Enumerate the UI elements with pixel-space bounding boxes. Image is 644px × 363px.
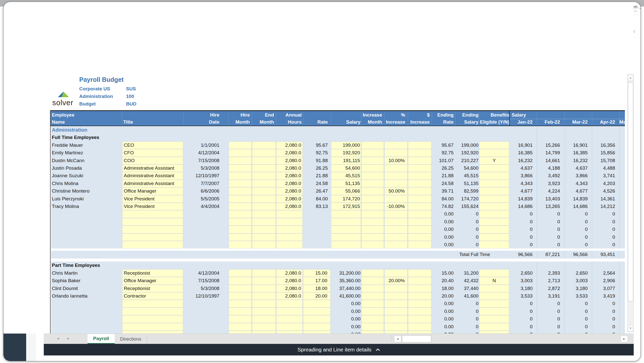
input-cell[interactable] xyxy=(479,218,509,226)
input-cell[interactable] xyxy=(479,172,509,179)
scroll-left-icon[interactable]: ◀ xyxy=(394,335,401,342)
input-cell[interactable] xyxy=(122,331,183,334)
input-cell[interactable] xyxy=(331,226,361,233)
input-cell[interactable]: Receptionist xyxy=(122,269,183,277)
input-cell[interactable] xyxy=(229,157,252,164)
input-cell[interactable] xyxy=(479,187,509,195)
scroll-up-icon[interactable]: ▲ xyxy=(628,75,633,81)
input-cell[interactable] xyxy=(408,180,431,187)
input-cell[interactable] xyxy=(229,180,252,187)
vertical-scrollbar[interactable]: ▲ ▼ xyxy=(627,74,634,332)
input-cell[interactable] xyxy=(479,164,509,172)
input-cell[interactable]: Administrative Assistant xyxy=(122,180,183,187)
input-cell[interactable]: 191,115 xyxy=(331,157,361,164)
input-cell[interactable] xyxy=(303,308,331,315)
input-cell[interactable] xyxy=(479,233,509,241)
input-cell[interactable]: 2,080.0 xyxy=(276,164,303,172)
vertical-scrollbar-thumb[interactable] xyxy=(628,82,633,301)
input-cell[interactable] xyxy=(479,203,509,210)
input-cell[interactable]: 2,080.0 xyxy=(276,172,303,179)
tab-directions[interactable]: Directions xyxy=(115,334,147,344)
input-cell[interactable] xyxy=(229,323,252,331)
input-cell[interactable] xyxy=(252,300,276,307)
scroll-right-icon[interactable]: ▶ xyxy=(620,335,628,342)
input-cell[interactable] xyxy=(408,157,431,164)
input-cell[interactable] xyxy=(384,233,408,241)
input-cell[interactable]: CEO xyxy=(122,141,183,149)
input-cell[interactable]: -10.00% xyxy=(384,203,408,210)
input-cell[interactable] xyxy=(276,323,303,331)
input-cell[interactable]: 199,000 xyxy=(331,141,361,149)
input-cell[interactable] xyxy=(384,195,408,203)
input-cell[interactable] xyxy=(361,331,384,334)
input-cell[interactable] xyxy=(276,315,303,323)
input-cell[interactable] xyxy=(408,149,431,157)
input-cell[interactable] xyxy=(384,149,408,157)
input-cell[interactable]: 18.00 xyxy=(303,285,331,292)
input-cell[interactable] xyxy=(384,292,408,300)
input-cell[interactable] xyxy=(479,292,509,300)
input-cell[interactable] xyxy=(252,285,276,292)
input-cell[interactable] xyxy=(408,218,431,226)
input-cell[interactable] xyxy=(361,203,384,210)
input-cell[interactable] xyxy=(276,331,303,334)
input-cell[interactable] xyxy=(122,315,183,323)
input-cell[interactable]: 2,080.0 xyxy=(276,285,303,292)
input-cell[interactable] xyxy=(384,323,408,331)
input-cell[interactable]: Office Manager xyxy=(122,277,183,284)
input-cell[interactable] xyxy=(229,203,252,210)
input-cell[interactable] xyxy=(361,195,384,203)
input-cell[interactable] xyxy=(408,172,431,179)
input-cell[interactable] xyxy=(384,172,408,179)
input-cell[interactable] xyxy=(384,300,408,307)
input-cell[interactable] xyxy=(252,195,276,203)
input-cell[interactable] xyxy=(229,149,252,157)
input-cell[interactable] xyxy=(331,218,361,226)
input-cell[interactable] xyxy=(479,323,509,331)
input-cell[interactable]: 45,515 xyxy=(331,172,361,179)
input-cell[interactable] xyxy=(252,157,276,164)
input-cell[interactable] xyxy=(229,164,252,172)
input-cell[interactable]: Receptionist xyxy=(122,285,183,292)
input-cell[interactable] xyxy=(122,226,183,233)
input-cell[interactable] xyxy=(408,195,431,203)
input-cell[interactable] xyxy=(252,233,276,241)
input-cell[interactable] xyxy=(384,164,408,172)
input-cell[interactable] xyxy=(276,218,303,226)
input-cell[interactable] xyxy=(276,241,303,248)
input-cell[interactable] xyxy=(479,269,509,277)
input-cell[interactable] xyxy=(361,277,384,284)
input-cell[interactable] xyxy=(303,323,331,331)
input-cell[interactable] xyxy=(252,323,276,331)
input-cell[interactable]: 2,080.0 xyxy=(276,157,303,164)
scroll-down-icon[interactable]: ▼ xyxy=(628,325,633,332)
input-cell[interactable] xyxy=(361,308,384,315)
input-cell[interactable] xyxy=(122,323,183,331)
input-cell[interactable] xyxy=(229,285,252,292)
input-cell[interactable] xyxy=(252,269,276,277)
input-cell[interactable] xyxy=(479,331,509,334)
input-cell[interactable]: 15.00 xyxy=(303,269,331,277)
input-cell[interactable] xyxy=(361,233,384,241)
input-cell[interactable] xyxy=(408,277,431,284)
input-cell[interactable] xyxy=(361,218,384,226)
input-cell[interactable] xyxy=(384,210,408,218)
input-cell[interactable] xyxy=(229,331,252,334)
input-cell[interactable] xyxy=(331,233,361,241)
input-cell[interactable] xyxy=(229,172,252,179)
input-cell[interactable] xyxy=(122,300,183,307)
input-cell[interactable] xyxy=(479,315,509,323)
input-cell[interactable] xyxy=(361,157,384,164)
input-cell[interactable]: 172,915 xyxy=(331,203,361,210)
input-cell[interactable]: COO xyxy=(122,157,183,164)
input-cell[interactable] xyxy=(384,308,408,315)
input-cell[interactable] xyxy=(361,285,384,292)
input-cell[interactable] xyxy=(252,203,276,210)
input-cell[interactable] xyxy=(408,241,431,248)
input-cell[interactable]: 2,080.0 xyxy=(276,141,303,149)
input-cell[interactable] xyxy=(331,210,361,218)
input-cell[interactable] xyxy=(252,180,276,187)
input-cell[interactable] xyxy=(408,233,431,241)
input-cell[interactable] xyxy=(229,187,252,195)
input-cell[interactable] xyxy=(361,164,384,172)
